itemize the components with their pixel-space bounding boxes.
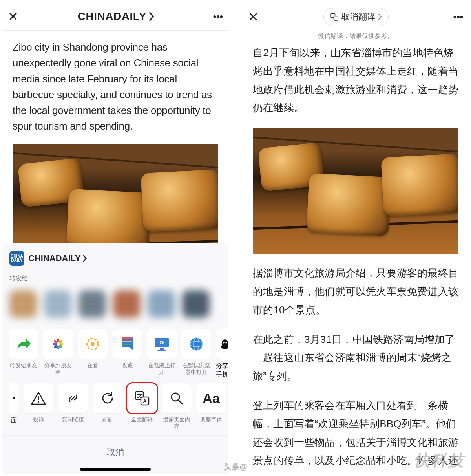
- publisher-link[interactable]: CHINADAILY: [28, 253, 87, 264]
- tile-open-browser[interactable]: 在默认浏览器中打开: [181, 329, 211, 375]
- more-icon[interactable]: •••: [453, 11, 463, 22]
- right-header: ✕ 取消翻译 •••: [243, 2, 469, 31]
- share-action-row-2: • 面 投诉 复制链接 刷新 文A 全文翻译: [2, 382, 228, 433]
- tile-label: 调整字体: [200, 416, 222, 429]
- tile-label: 在看: [87, 362, 98, 375]
- article-paragraph-en: Zibo city in Shandong province has unexp…: [13, 39, 218, 134]
- tile-label: 收藏: [122, 362, 133, 375]
- tile-label: 分享手机: [216, 362, 228, 379]
- tile-label: 分享到朋友圈: [43, 362, 73, 375]
- tile-complaint[interactable]: 投诉: [24, 383, 53, 429]
- tile-label: 投诉: [33, 416, 44, 429]
- svg-rect-21: [334, 16, 338, 20]
- warning-icon: [31, 391, 46, 405]
- source-watermark: 快科技: [414, 450, 465, 471]
- left-screenshot: ✕ CHINADAILY ••• Zibo city in Shandong p…: [2, 2, 228, 474]
- translation-disclaimer: 微信翻译，结果仅供参考。: [243, 32, 469, 40]
- close-icon[interactable]: ✕: [248, 9, 259, 24]
- tile-label: 刷新: [102, 416, 113, 429]
- tile-label: 复制链接: [62, 416, 84, 429]
- tile-open-pc[interactable]: 在电脑上打开: [147, 329, 177, 375]
- cancel-button[interactable]: 取消: [2, 435, 228, 466]
- publisher-name: CHINADAILY: [28, 253, 81, 264]
- article-hero-image: [253, 128, 458, 254]
- tile-translate[interactable]: 文A 全文翻译: [127, 383, 157, 429]
- monitor-icon: [153, 337, 170, 352]
- cancel-translate-button[interactable]: 取消翻译: [323, 8, 389, 26]
- right-screenshot: ✕ 取消翻译 ••• 微信翻译，结果仅供参考。 自2月下旬以来，山东省淄博市的当…: [243, 2, 469, 474]
- tile-wow[interactable]: 在看: [78, 329, 108, 375]
- svg-point-14: [38, 401, 39, 403]
- svg-point-6: [190, 338, 203, 350]
- share-sheet: CHINADAILY CHINADAILY 转发给 转发给朋友 分享到朋友圈: [2, 243, 228, 474]
- header-title: CHINADAILY: [78, 10, 146, 23]
- more-icon[interactable]: •••: [213, 11, 223, 22]
- close-icon[interactable]: ✕: [8, 9, 19, 24]
- svg-rect-13: [38, 396, 39, 400]
- share-action-row-1: 转发给朋友 分享到朋友圈 在看 收藏 在电脑上打开: [2, 328, 228, 382]
- chevron-right-icon: [149, 12, 154, 21]
- favorite-icon: [120, 336, 135, 352]
- svg-rect-3: [160, 348, 164, 350]
- chevron-right-icon: [378, 14, 382, 20]
- tile-favorite[interactable]: 收藏: [112, 329, 142, 375]
- moments-icon: [50, 336, 66, 352]
- tile-label: 全文翻译: [131, 416, 153, 429]
- svg-point-11: [223, 342, 225, 344]
- tile-copy-link[interactable]: 复制链接: [58, 383, 88, 429]
- article-paragraph-cn: 在此之前，3月31日，中国铁路济南局增加了一趟往返山东省会济南和淄博的周末“烧烤…: [253, 330, 458, 385]
- tile-label: 搜索页面内容: [162, 416, 192, 430]
- qq-icon: [219, 336, 228, 352]
- left-header: ✕ CHINADAILY •••: [2, 2, 228, 31]
- tile-label: 面: [11, 416, 17, 425]
- translate-icon: 文A: [134, 390, 150, 406]
- wow-icon: [85, 336, 100, 352]
- svg-point-1: [91, 342, 95, 346]
- svg-rect-4: [157, 350, 166, 351]
- header-title-button[interactable]: CHINADAILY: [19, 10, 213, 23]
- svg-point-12: [226, 342, 228, 344]
- forward-arrow-icon: [16, 337, 31, 351]
- font-icon: Aa: [203, 391, 219, 406]
- article-paragraph-cn: 据淄博市文化旅游局介绍，只要游客的最终目的地是淄博，他们就可以凭火车票免费进入该…: [253, 264, 458, 319]
- source-watermark-prefix: 头条@: [224, 461, 247, 472]
- svg-point-10: [221, 345, 228, 350]
- tile-overflow[interactable]: 分享手机: [216, 329, 228, 379]
- tile-label: 在电脑上打开: [147, 362, 177, 375]
- recent-contacts-row[interactable]: [9, 285, 221, 323]
- refresh-icon: [100, 390, 115, 406]
- tile-font-size[interactable]: Aa 调整字体: [196, 383, 226, 429]
- tile-refresh[interactable]: 刷新: [93, 383, 122, 429]
- svg-point-19: [172, 393, 179, 401]
- tile-label: 在默认浏览器中打开: [181, 362, 211, 375]
- translate-icon: [330, 13, 339, 21]
- publisher-avatar: CHINADAILY: [9, 251, 24, 266]
- search-icon: [169, 390, 184, 406]
- cancel-translate-label: 取消翻译: [341, 11, 376, 23]
- globe-icon: [188, 336, 204, 352]
- tile-label: 转发给朋友: [10, 362, 37, 375]
- tile-forward[interactable]: 转发给朋友: [9, 329, 38, 375]
- home-indicator: [80, 468, 151, 471]
- tile-search-page[interactable]: 搜索页面内容: [162, 383, 192, 430]
- share-to-label: 转发给: [2, 271, 228, 284]
- link-icon: [65, 390, 81, 406]
- chevron-right-icon: [82, 255, 87, 262]
- tile-moments[interactable]: 分享到朋友圈: [43, 329, 73, 375]
- svg-text:A: A: [143, 398, 147, 404]
- tile-blank[interactable]: • 面: [9, 383, 19, 425]
- article-paragraph-cn: 自2月下旬以来，山东省淄博市的当地特色烧烤出乎意料地在中国社交媒体上走红，随着当…: [253, 44, 458, 117]
